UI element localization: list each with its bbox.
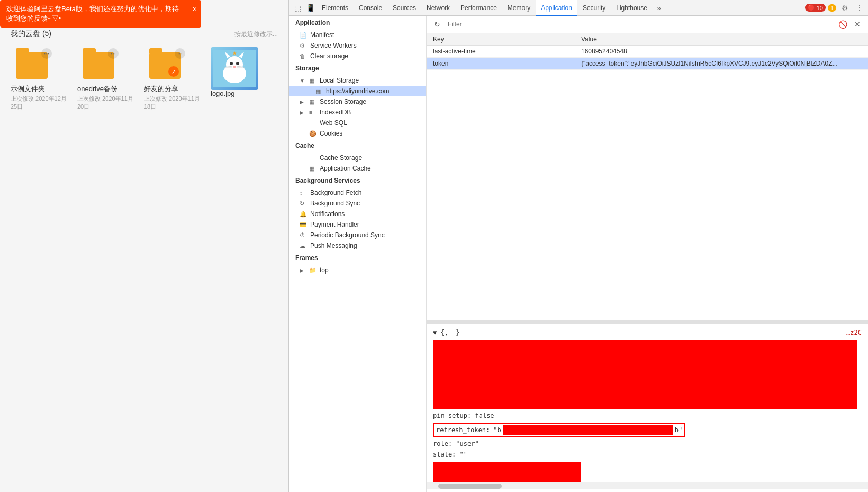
sidebar-item-top-frame[interactable]: ▶ 📁 top	[289, 265, 426, 275]
tab-application[interactable]: Application	[536, 0, 577, 16]
aliyundrive-icon: ▦	[315, 88, 323, 95]
redacted-content-block	[433, 340, 857, 409]
sidebar-item-periodic-bg-sync[interactable]: ⏱ Periodic Background Sync	[289, 230, 426, 240]
folder-item[interactable]: ··· onedrive备份 上次修改 2020年11月20日	[77, 47, 135, 111]
web-sql-icon: ≡	[309, 120, 317, 126]
bottom-panel: ▼ {,--} …z2C pin_setup: false refresh_to…	[427, 323, 868, 492]
sidebar-item-indexeddb[interactable]: ▶ ≡ IndexedDB	[289, 107, 426, 118]
session-storage-icon: ▦	[309, 99, 317, 105]
sidebar-item-local-storage[interactable]: ▼ ▦ Local Storage	[289, 75, 426, 86]
sidebar-item-web-sql[interactable]: ≡ Web SQL	[289, 118, 426, 128]
folder-date: 上次修改 2020年11月18日	[144, 95, 202, 111]
expand-icon: ▼	[433, 329, 437, 336]
indexeddb-icon: ≡	[309, 109, 317, 115]
expand-session-storage-icon[interactable]: ▶	[300, 99, 306, 105]
value-column-header: Value	[575, 33, 868, 46]
scroll-thumb[interactable]	[438, 484, 502, 489]
sidebar-item-manifest[interactable]: 📄 Manifest	[289, 30, 426, 40]
manifest-icon: 📄	[300, 32, 307, 39]
horizontal-scrollbar[interactable]	[427, 482, 868, 489]
refresh-icon[interactable]: ↻	[431, 18, 444, 31]
svg-point-7	[233, 66, 236, 68]
folder-item[interactable]: ↗ ··· 好友的分享 上次修改 2020年11月18日	[144, 47, 202, 111]
folder-date: 上次修改 2020年11月20日	[77, 95, 135, 111]
cloud-drive-header: 我的云盘 (5) 按最近修改示...	[11, 29, 278, 39]
tab-security[interactable]: Security	[577, 0, 611, 16]
key-column-header: Key	[427, 33, 575, 46]
sidebar-item-payment-handler[interactable]: 💳 Payment Handler	[289, 219, 426, 230]
devtools-tab-bar: ⬚ 📱 Elements Console Sources Network Per…	[289, 0, 868, 16]
folder-icon-wrap: ···	[77, 47, 120, 84]
tab-elements[interactable]: Elements	[317, 0, 354, 16]
tab-memory[interactable]: Memory	[502, 0, 536, 16]
notification-bar: 欢迎体验阿里云盘Beta版，我们还在努力的优化中，期待收到您的反馈~▽• ×	[0, 0, 201, 28]
periodic-bg-sync-icon: ⏱	[300, 232, 307, 238]
expand-frames-icon[interactable]: ▶	[300, 267, 306, 273]
background-sync-label: Background Sync	[310, 200, 360, 207]
sidebar-item-cache-storage[interactable]: ≡ Cache Storage	[289, 153, 426, 163]
settings-icon[interactable]: ⚙	[838, 2, 851, 14]
folder-icon-wrap: ↗ ···	[144, 47, 186, 84]
filter-input[interactable]	[448, 21, 832, 28]
folder-more-button[interactable]: ···	[175, 48, 185, 59]
more-options-icon[interactable]: ⋮	[853, 2, 866, 14]
clear-storage-label: Clear storage	[310, 52, 348, 60]
state-line: state: ""	[433, 450, 862, 460]
notification-close-button[interactable]: ×	[193, 4, 197, 15]
expand-row[interactable]: ▼ {,--} …z2C	[433, 328, 862, 338]
web-sql-label: Web SQL	[320, 119, 347, 127]
sidebar-item-session-storage[interactable]: ▶ ▦ Session Storage	[289, 96, 426, 107]
folder-icon-wrap: ···	[11, 47, 53, 84]
sidebar-item-background-sync[interactable]: ↻ Background Sync	[289, 198, 426, 209]
tab-console[interactable]: Console	[354, 0, 387, 16]
sidebar-item-clear-storage[interactable]: 🗑 Clear storage	[289, 51, 426, 61]
expand-indexeddb-icon[interactable]: ▶	[300, 110, 306, 115]
main-panel: ↻ 🚫 ✕ Key Value	[427, 16, 868, 492]
pin-setup-line: pin_setup: false	[433, 411, 862, 421]
cat-illustration	[213, 50, 256, 87]
image-item[interactable]: logo.jpg	[211, 47, 269, 111]
background-fetch-icon: ↕	[300, 190, 307, 196]
inspect-icon[interactable]: ⬚	[291, 2, 304, 14]
storage-table-area: Key Value last-active-time 1608952404548…	[427, 33, 868, 320]
delete-icon[interactable]: ✕	[851, 18, 864, 31]
svg-point-2	[226, 56, 243, 73]
shared-badge: ↗	[168, 66, 179, 77]
refresh-token-redacted	[503, 425, 673, 435]
sidebar-item-application-cache[interactable]: ▦ Application Cache	[289, 163, 426, 174]
warn-count: 1	[830, 5, 834, 11]
clear-all-icon[interactable]: 🚫	[836, 18, 849, 31]
aliyundrive-label: https://aliyundrive.com	[326, 87, 389, 95]
tab-sources[interactable]: Sources	[387, 0, 421, 16]
sidebar-item-push-messaging[interactable]: ☁ Push Messaging	[289, 240, 426, 251]
table-row[interactable]: last-active-time 1608952404548	[427, 46, 868, 58]
table-row[interactable]: token {"access_token":"eyJhbGciOiJSUzI1N…	[427, 58, 868, 70]
tab-lighthouse[interactable]: Lighthouse	[611, 0, 653, 16]
sidebar-item-notifications[interactable]: 🔔 Notifications	[289, 209, 426, 219]
expand-label: {,--}	[440, 329, 459, 336]
bg-services-section-header: Background Services	[289, 174, 426, 187]
sidebar-item-cookies[interactable]: 🍪 Cookies	[289, 128, 426, 139]
application-cache-icon: ▦	[309, 165, 317, 172]
sidebar-item-background-fetch[interactable]: ↕ Background Fetch	[289, 187, 426, 198]
tab-performance[interactable]: Performance	[455, 0, 502, 16]
more-tabs-icon[interactable]: »	[653, 2, 665, 14]
svg-point-5	[230, 62, 233, 65]
cache-section-header: Cache	[289, 139, 426, 153]
sidebar-item-service-workers[interactable]: ⚙ Service Workers	[289, 40, 426, 51]
sidebar-item-aliyundrive[interactable]: ▦ https://aliyundrive.com	[289, 86, 426, 96]
svg-point-6	[236, 62, 239, 65]
tab-network[interactable]: Network	[421, 0, 455, 16]
value-preview: ▼ {,--} …z2C pin_setup: false refresh_to…	[427, 323, 868, 482]
payment-handler-icon: 💳	[300, 221, 307, 228]
folder-item[interactable]: ··· 示例文件夹 上次修改 2020年12月25日	[11, 47, 69, 111]
expand-local-storage-icon[interactable]: ▼	[300, 78, 306, 84]
expand-placeholder4	[300, 155, 306, 161]
devtools-body: Application 📄 Manifest ⚙ Service Workers…	[289, 16, 868, 492]
clear-storage-icon: 🗑	[300, 53, 307, 59]
device-icon[interactable]: 📱	[304, 2, 317, 14]
refresh-token-end: b"	[675, 426, 682, 434]
devtools-sidebar: Application 📄 Manifest ⚙ Service Workers…	[289, 16, 427, 492]
folder-more-button[interactable]: ···	[41, 48, 52, 59]
folder-more-button[interactable]: ···	[108, 48, 119, 59]
